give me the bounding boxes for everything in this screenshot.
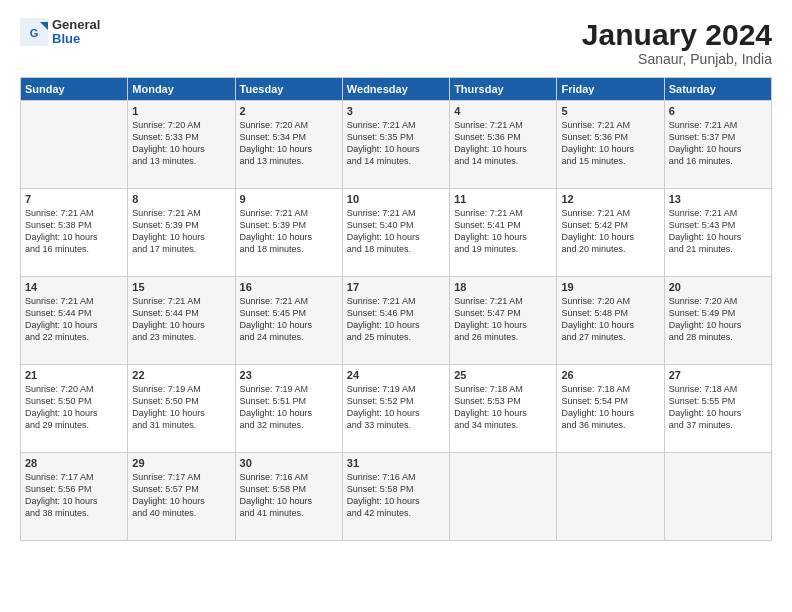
header-monday: Monday (128, 78, 235, 101)
day-number: 3 (347, 105, 445, 117)
calendar-cell: 4Sunrise: 7:21 AM Sunset: 5:36 PM Daylig… (450, 101, 557, 189)
month-title: January 2024 (582, 18, 772, 51)
day-number: 6 (669, 105, 767, 117)
calendar-cell: 27Sunrise: 7:18 AM Sunset: 5:55 PM Dayli… (664, 365, 771, 453)
cell-content: Sunrise: 7:21 AM Sunset: 5:38 PM Dayligh… (25, 207, 123, 256)
day-number: 2 (240, 105, 338, 117)
cell-content: Sunrise: 7:20 AM Sunset: 5:33 PM Dayligh… (132, 119, 230, 168)
header-row: SundayMondayTuesdayWednesdayThursdayFrid… (21, 78, 772, 101)
calendar-cell: 25Sunrise: 7:18 AM Sunset: 5:53 PM Dayli… (450, 365, 557, 453)
calendar-cell: 29Sunrise: 7:17 AM Sunset: 5:57 PM Dayli… (128, 453, 235, 541)
day-number: 23 (240, 369, 338, 381)
calendar-cell: 31Sunrise: 7:16 AM Sunset: 5:58 PM Dayli… (342, 453, 449, 541)
calendar-cell: 26Sunrise: 7:18 AM Sunset: 5:54 PM Dayli… (557, 365, 664, 453)
logo: G General Blue (20, 18, 100, 47)
day-number: 28 (25, 457, 123, 469)
day-number: 19 (561, 281, 659, 293)
logo-icon: G (20, 18, 48, 46)
day-number: 26 (561, 369, 659, 381)
header: G General Blue January 2024 Sanaur, Punj… (20, 18, 772, 67)
logo-line1: General (52, 18, 100, 32)
day-number: 13 (669, 193, 767, 205)
cell-content: Sunrise: 7:20 AM Sunset: 5:34 PM Dayligh… (240, 119, 338, 168)
day-number: 16 (240, 281, 338, 293)
calendar-cell: 23Sunrise: 7:19 AM Sunset: 5:51 PM Dayli… (235, 365, 342, 453)
cell-content: Sunrise: 7:17 AM Sunset: 5:56 PM Dayligh… (25, 471, 123, 520)
day-number: 8 (132, 193, 230, 205)
calendar-cell: 13Sunrise: 7:21 AM Sunset: 5:43 PM Dayli… (664, 189, 771, 277)
day-number: 11 (454, 193, 552, 205)
cell-content: Sunrise: 7:19 AM Sunset: 5:50 PM Dayligh… (132, 383, 230, 432)
week-row-3: 21Sunrise: 7:20 AM Sunset: 5:50 PM Dayli… (21, 365, 772, 453)
day-number: 24 (347, 369, 445, 381)
day-number: 30 (240, 457, 338, 469)
calendar-cell: 10Sunrise: 7:21 AM Sunset: 5:40 PM Dayli… (342, 189, 449, 277)
day-number: 17 (347, 281, 445, 293)
calendar-cell: 21Sunrise: 7:20 AM Sunset: 5:50 PM Dayli… (21, 365, 128, 453)
calendar-cell: 20Sunrise: 7:20 AM Sunset: 5:49 PM Dayli… (664, 277, 771, 365)
location: Sanaur, Punjab, India (582, 51, 772, 67)
calendar-cell: 8Sunrise: 7:21 AM Sunset: 5:39 PM Daylig… (128, 189, 235, 277)
calendar-cell: 9Sunrise: 7:21 AM Sunset: 5:39 PM Daylig… (235, 189, 342, 277)
calendar-cell: 7Sunrise: 7:21 AM Sunset: 5:38 PM Daylig… (21, 189, 128, 277)
logo-text: General Blue (52, 18, 100, 47)
cell-content: Sunrise: 7:21 AM Sunset: 5:44 PM Dayligh… (25, 295, 123, 344)
calendar-cell: 3Sunrise: 7:21 AM Sunset: 5:35 PM Daylig… (342, 101, 449, 189)
calendar-cell: 17Sunrise: 7:21 AM Sunset: 5:46 PM Dayli… (342, 277, 449, 365)
cell-content: Sunrise: 7:20 AM Sunset: 5:48 PM Dayligh… (561, 295, 659, 344)
day-number: 1 (132, 105, 230, 117)
cell-content: Sunrise: 7:20 AM Sunset: 5:49 PM Dayligh… (669, 295, 767, 344)
day-number: 14 (25, 281, 123, 293)
header-tuesday: Tuesday (235, 78, 342, 101)
day-number: 12 (561, 193, 659, 205)
cell-content: Sunrise: 7:19 AM Sunset: 5:51 PM Dayligh… (240, 383, 338, 432)
calendar-table: SundayMondayTuesdayWednesdayThursdayFrid… (20, 77, 772, 541)
calendar-cell: 11Sunrise: 7:21 AM Sunset: 5:41 PM Dayli… (450, 189, 557, 277)
header-wednesday: Wednesday (342, 78, 449, 101)
calendar-cell: 5Sunrise: 7:21 AM Sunset: 5:36 PM Daylig… (557, 101, 664, 189)
calendar-cell (664, 453, 771, 541)
day-number: 18 (454, 281, 552, 293)
cell-content: Sunrise: 7:21 AM Sunset: 5:36 PM Dayligh… (561, 119, 659, 168)
cell-content: Sunrise: 7:21 AM Sunset: 5:36 PM Dayligh… (454, 119, 552, 168)
calendar-cell: 19Sunrise: 7:20 AM Sunset: 5:48 PM Dayli… (557, 277, 664, 365)
calendar-cell: 28Sunrise: 7:17 AM Sunset: 5:56 PM Dayli… (21, 453, 128, 541)
week-row-0: 1Sunrise: 7:20 AM Sunset: 5:33 PM Daylig… (21, 101, 772, 189)
header-sunday: Sunday (21, 78, 128, 101)
header-saturday: Saturday (664, 78, 771, 101)
calendar-cell: 12Sunrise: 7:21 AM Sunset: 5:42 PM Dayli… (557, 189, 664, 277)
calendar-cell: 30Sunrise: 7:16 AM Sunset: 5:58 PM Dayli… (235, 453, 342, 541)
day-number: 29 (132, 457, 230, 469)
cell-content: Sunrise: 7:21 AM Sunset: 5:43 PM Dayligh… (669, 207, 767, 256)
week-row-1: 7Sunrise: 7:21 AM Sunset: 5:38 PM Daylig… (21, 189, 772, 277)
cell-content: Sunrise: 7:18 AM Sunset: 5:54 PM Dayligh… (561, 383, 659, 432)
calendar-cell: 1Sunrise: 7:20 AM Sunset: 5:33 PM Daylig… (128, 101, 235, 189)
day-number: 4 (454, 105, 552, 117)
cell-content: Sunrise: 7:18 AM Sunset: 5:55 PM Dayligh… (669, 383, 767, 432)
calendar-cell: 22Sunrise: 7:19 AM Sunset: 5:50 PM Dayli… (128, 365, 235, 453)
day-number: 20 (669, 281, 767, 293)
calendar-cell: 15Sunrise: 7:21 AM Sunset: 5:44 PM Dayli… (128, 277, 235, 365)
calendar-cell (450, 453, 557, 541)
week-row-2: 14Sunrise: 7:21 AM Sunset: 5:44 PM Dayli… (21, 277, 772, 365)
cell-content: Sunrise: 7:21 AM Sunset: 5:39 PM Dayligh… (132, 207, 230, 256)
cell-content: Sunrise: 7:21 AM Sunset: 5:35 PM Dayligh… (347, 119, 445, 168)
day-number: 5 (561, 105, 659, 117)
title-block: January 2024 Sanaur, Punjab, India (582, 18, 772, 67)
cell-content: Sunrise: 7:21 AM Sunset: 5:37 PM Dayligh… (669, 119, 767, 168)
day-number: 27 (669, 369, 767, 381)
cell-content: Sunrise: 7:18 AM Sunset: 5:53 PM Dayligh… (454, 383, 552, 432)
svg-text:G: G (30, 27, 39, 39)
cell-content: Sunrise: 7:21 AM Sunset: 5:44 PM Dayligh… (132, 295, 230, 344)
cell-content: Sunrise: 7:21 AM Sunset: 5:42 PM Dayligh… (561, 207, 659, 256)
logo-line2: Blue (52, 32, 100, 46)
week-row-4: 28Sunrise: 7:17 AM Sunset: 5:56 PM Dayli… (21, 453, 772, 541)
header-thursday: Thursday (450, 78, 557, 101)
day-number: 21 (25, 369, 123, 381)
day-number: 31 (347, 457, 445, 469)
cell-content: Sunrise: 7:21 AM Sunset: 5:46 PM Dayligh… (347, 295, 445, 344)
day-number: 25 (454, 369, 552, 381)
day-number: 9 (240, 193, 338, 205)
cell-content: Sunrise: 7:21 AM Sunset: 5:47 PM Dayligh… (454, 295, 552, 344)
header-friday: Friday (557, 78, 664, 101)
